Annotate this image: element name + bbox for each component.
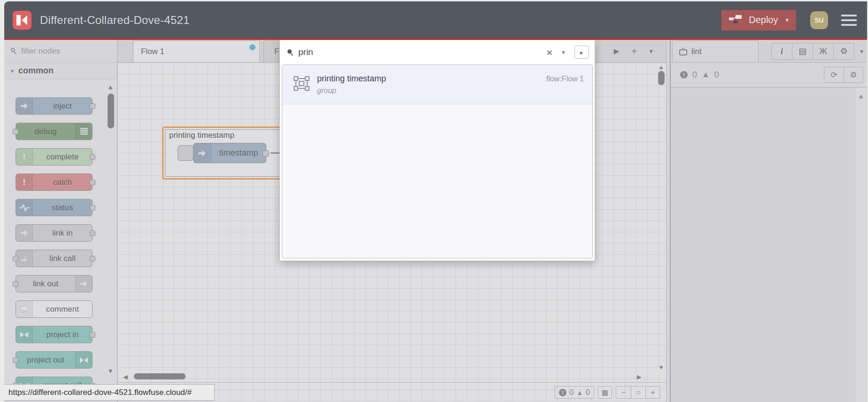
palette-node-label: comment bbox=[33, 301, 92, 317]
output-port[interactable] bbox=[90, 230, 95, 236]
input-port[interactable] bbox=[13, 129, 18, 134]
palette-node-label: status bbox=[33, 199, 92, 216]
palette-filter[interactable]: filter nodes bbox=[4, 40, 117, 63]
sidebar-tab-debug-button[interactable]: Ж bbox=[813, 43, 834, 60]
sidebar-scroll-up-icon[interactable]: ▲ bbox=[858, 92, 864, 100]
palette-node-link-call[interactable]: link call bbox=[16, 250, 93, 267]
search-input-row: prin × ▾ ▸ bbox=[280, 40, 595, 64]
canvas-issue-counts[interactable]: ! 0 ▲ 0 bbox=[555, 386, 594, 399]
arrow-icon bbox=[75, 276, 92, 292]
output-port[interactable] bbox=[90, 180, 95, 185]
sidebar-tab-list-caret-icon[interactable]: ▾ bbox=[860, 47, 863, 55]
palette-node-label: complete bbox=[33, 149, 92, 165]
palette-node-label: link call bbox=[33, 250, 92, 267]
lint-refresh-button[interactable]: ⟳ bbox=[824, 67, 844, 82]
palette-category-common[interactable]: ▾ common bbox=[4, 63, 117, 79]
palette-scrollbar-thumb[interactable] bbox=[108, 94, 114, 128]
palette-node-complete[interactable]: !complete bbox=[16, 148, 93, 166]
search-result-item[interactable]: printing timestamp flow:Flow 1 group bbox=[282, 65, 592, 104]
palette-node-link-out[interactable]: link out bbox=[16, 275, 93, 292]
sidebar-tab-help-button[interactable]: ▤ bbox=[792, 43, 813, 60]
tab-scroll-right-icon[interactable]: ▶ bbox=[614, 47, 620, 55]
palette-node-label: project out bbox=[16, 352, 75, 368]
palette-node-inject[interactable]: inject bbox=[16, 97, 93, 115]
exclaim-icon: ! bbox=[16, 174, 33, 190]
output-port[interactable] bbox=[90, 154, 95, 160]
linkcall-icon bbox=[16, 250, 33, 267]
sidebar-tabbar: lint i ▤ Ж ⚙ ▾ bbox=[671, 40, 867, 63]
clear-search-icon[interactable]: × bbox=[544, 47, 555, 57]
search-options-caret-icon[interactable]: ▾ bbox=[560, 48, 567, 56]
gear-icon: ⚙ bbox=[844, 70, 863, 80]
palette-node-label: debug bbox=[16, 123, 75, 140]
node-palette: filter nodes ▾ common injectdebug!comple… bbox=[4, 40, 117, 402]
sidebar-resize-handle[interactable] bbox=[666, 40, 671, 402]
sidebar-tab-buttons: i ▤ Ж ⚙ ▾ bbox=[772, 43, 863, 60]
zoom-controls: − ○ + bbox=[616, 386, 660, 399]
inject-node-timestamp[interactable]: timestamp bbox=[193, 143, 266, 163]
output-port[interactable] bbox=[90, 205, 95, 211]
deploy-button[interactable]: Deploy ▾ bbox=[721, 10, 796, 31]
menu-bar-icon bbox=[841, 19, 857, 21]
flow-list-caret-icon[interactable]: ▾ bbox=[649, 47, 653, 55]
search-expand-button[interactable]: ▸ bbox=[574, 46, 589, 59]
user-avatar[interactable]: su bbox=[810, 11, 828, 29]
flowfuse-icon bbox=[16, 326, 33, 343]
inject-trigger-button[interactable] bbox=[178, 145, 194, 161]
canvas-scroll-up-icon[interactable]: ▲ bbox=[658, 63, 664, 71]
output-port[interactable] bbox=[90, 332, 95, 338]
sidebar-tab-lint[interactable]: lint bbox=[672, 40, 759, 62]
gear-icon: ⚙ bbox=[840, 46, 847, 56]
zoom-reset-button[interactable]: ○ bbox=[631, 386, 645, 398]
palette-node-comment[interactable]: comment bbox=[16, 300, 93, 318]
palette-node-link-in[interactable]: link in bbox=[16, 224, 93, 242]
editor-body: filter nodes ▾ common injectdebug!comple… bbox=[4, 40, 867, 402]
sidebar-scrollbar[interactable] bbox=[856, 87, 866, 402]
input-port[interactable] bbox=[13, 281, 18, 287]
output-port[interactable] bbox=[90, 103, 95, 109]
palette-node-label: inject bbox=[33, 98, 92, 114]
canvas-hscrollbar[interactable]: ◀ ▶ bbox=[117, 372, 657, 381]
palette-scroll-up-icon[interactable]: ▲ bbox=[107, 83, 114, 91]
palette-node-label: catch bbox=[33, 174, 92, 190]
add-flow-button[interactable]: + bbox=[631, 46, 637, 57]
input-port[interactable] bbox=[13, 357, 18, 363]
tab-flow-1[interactable]: Flow 1 bbox=[133, 40, 260, 62]
palette-node-label: link out bbox=[16, 276, 75, 292]
output-port[interactable] bbox=[263, 150, 269, 157]
lint-settings-button[interactable]: ⚙ bbox=[844, 67, 863, 82]
palette-node-debug[interactable]: debug bbox=[16, 123, 93, 140]
canvas-scroll-left-icon[interactable]: ◀ bbox=[123, 373, 128, 380]
canvas-scroll-right-icon[interactable]: ▶ bbox=[637, 373, 642, 380]
navigator-map-button[interactable]: ▦ bbox=[598, 386, 612, 399]
canvas-scroll-down-icon[interactable]: ▼ bbox=[658, 364, 664, 371]
output-port[interactable] bbox=[90, 256, 95, 261]
bubble-icon bbox=[16, 301, 33, 317]
node-red-editor: Different-Collared-Dove-4521 Deploy ▾ su bbox=[4, 1, 867, 402]
search-input[interactable]: prin bbox=[298, 47, 539, 57]
search-icon bbox=[11, 48, 17, 54]
palette-node-project-in[interactable]: project in bbox=[16, 326, 93, 343]
sidebar-tab-info-button[interactable]: i bbox=[771, 43, 792, 60]
zoom-out-button[interactable]: − bbox=[616, 386, 631, 398]
header: Different-Collared-Dove-4521 Deploy ▾ su bbox=[4, 1, 867, 39]
sidebar-tab-config-button[interactable]: ⚙ bbox=[833, 43, 854, 60]
exclaim-icon: ! bbox=[16, 149, 33, 165]
search-result-title: printing timestamp bbox=[317, 74, 546, 84]
canvas-warning-count: 0 bbox=[586, 388, 590, 397]
palette-node-catch[interactable]: !catch bbox=[16, 173, 93, 191]
input-port[interactable] bbox=[13, 256, 18, 261]
palette-node-status[interactable]: status bbox=[16, 199, 93, 216]
zoom-in-button[interactable]: + bbox=[645, 386, 660, 398]
main-menu-button[interactable] bbox=[840, 13, 858, 28]
palette-node-project-out[interactable]: project out bbox=[16, 351, 93, 369]
canvas-vscrollbar-thumb[interactable] bbox=[658, 71, 665, 85]
flowfuse-logo-icon bbox=[13, 11, 31, 30]
palette-scroll-down-icon[interactable]: ▼ bbox=[107, 367, 114, 375]
deploy-options-caret-icon[interactable]: ▾ bbox=[785, 16, 789, 24]
inject-node-label: timestamp bbox=[211, 143, 266, 163]
warning-icon: ▲ bbox=[576, 389, 583, 396]
canvas-hscrollbar-thumb[interactable] bbox=[134, 373, 186, 379]
lint-kit-icon bbox=[679, 49, 687, 55]
lint-panel-content: ▲ bbox=[671, 87, 867, 402]
